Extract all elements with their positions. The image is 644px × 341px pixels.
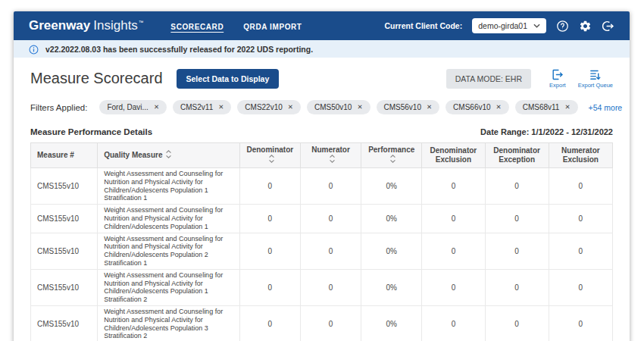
table-row: CMS155v10 Weight Assessment and Counseli… (31, 168, 613, 205)
cell-measure-number: CMS155v10 (31, 305, 98, 341)
data-mode-badge: DATA MODE: EHR (446, 69, 531, 89)
measure-performance-table: Measure # Quality Measure Denominator Nu… (30, 142, 613, 341)
cell-denominator: 0 (239, 305, 300, 341)
filter-chip[interactable]: CMS2v11 ✕ (173, 100, 231, 114)
cell-numerator-exclusion: 0 (549, 168, 612, 205)
filter-chip[interactable]: CMS56v10 ✕ (377, 100, 440, 114)
table-row: CMS155v10 Weight Assessment and Counseli… (31, 233, 613, 269)
brand-logo: GreenwayInsights™ (29, 18, 143, 33)
release-banner: v22.2022.08.03 has been successfully rel… (14, 40, 630, 58)
nav-tab-qrda-import[interactable]: QRDA IMPORT (243, 23, 302, 31)
header-right-group: Current Client Code: demo-girda01 (385, 18, 614, 33)
client-code-label: Current Client Code: (385, 21, 463, 30)
cell-performance: 0% (361, 269, 422, 305)
cell-numerator: 0 (300, 233, 361, 269)
settings-gear-icon[interactable] (579, 20, 592, 33)
release-banner-message: v22.2022.08.03 has been successfully rel… (45, 45, 313, 54)
info-icon (29, 44, 39, 54)
col-header-quality-measure[interactable]: Quality Measure (98, 143, 239, 168)
cell-quality-measure: Weight Assessment and Counseling for Nut… (98, 168, 239, 205)
filter-chip-label: CMS56v10 (384, 103, 421, 111)
more-filters-link[interactable]: +54 more (589, 103, 623, 112)
col-header-measure-number: Measure # (31, 143, 98, 168)
cell-measure-number: CMS155v10 (31, 233, 98, 269)
col-header-denominator-exception: Denominator Exception (485, 143, 549, 168)
filter-chip[interactable]: CMS68v11 ✕ (515, 100, 578, 114)
section-heading-row: Measure Performance Details Date Range: … (14, 117, 630, 142)
table-row: CMS155v10 Weight Assessment and Counseli… (31, 205, 613, 233)
cell-denominator: 0 (239, 205, 300, 233)
cell-denominator-exception: 0 (485, 305, 549, 341)
cell-quality-measure: Weight Assessment and Counseling for Nut… (98, 205, 239, 233)
export-label: Export (549, 82, 566, 89)
filter-chip-label: Ford, Davi... (107, 103, 148, 111)
page-title: Measure Scorecard (30, 70, 163, 87)
chip-remove-icon[interactable]: ✕ (218, 104, 224, 111)
cell-numerator: 0 (300, 205, 361, 233)
chip-remove-icon[interactable]: ✕ (496, 104, 502, 111)
filter-chip[interactable]: CMS22v10 ✕ (237, 100, 301, 114)
cell-performance: 0% (361, 168, 422, 205)
table-header-row: Measure # Quality Measure Denominator Nu… (31, 143, 613, 168)
export-queue-icon (589, 68, 602, 81)
filter-chip-label: CMS66v10 (453, 103, 490, 111)
cell-denominator-exception: 0 (485, 205, 549, 233)
table-row: CMS155v10 Weight Assessment and Counseli… (31, 305, 613, 341)
cell-denominator: 0 (239, 269, 300, 305)
col-header-denominator-exclusion: Denominator Exclusion (422, 143, 485, 168)
section-title: Measure Performance Details (30, 127, 152, 136)
sort-icon (268, 155, 275, 165)
sort-icon (389, 155, 396, 165)
chip-remove-icon[interactable]: ✕ (564, 104, 570, 111)
filter-chip-label: CMS68v11 (523, 103, 560, 111)
cell-denominator-exclusion: 0 (422, 205, 485, 233)
export-icon (551, 68, 564, 81)
chip-remove-icon[interactable]: ✕ (154, 104, 159, 111)
cell-denominator-exclusion: 0 (422, 305, 485, 341)
cell-measure-number: CMS155v10 (31, 269, 98, 305)
brand-name-light: Insights (93, 18, 138, 33)
col-header-performance[interactable]: Performance (361, 143, 422, 168)
nav-tab-scorecard[interactable]: SCORECARD (170, 23, 224, 31)
client-code-dropdown[interactable]: demo-girda01 (472, 18, 546, 33)
filter-chip[interactable]: CMS66v10 ✕ (445, 100, 509, 114)
chevron-down-icon (533, 23, 540, 28)
client-code-value: demo-girda01 (478, 21, 527, 30)
chip-remove-icon[interactable]: ✕ (357, 104, 362, 111)
cell-numerator: 0 (300, 168, 361, 205)
filter-chip-label: CMS50v10 (314, 103, 352, 111)
export-queue-button[interactable]: Export Queue (578, 68, 613, 89)
cell-denominator: 0 (239, 233, 300, 269)
date-range-label: Date Range: 1/1/2022 - 12/31/2022 (480, 127, 613, 136)
sort-icon (329, 155, 336, 165)
toolbar-right-group: DATA MODE: EHR Export (446, 68, 613, 89)
col-header-numerator-exclusion: Numerator Exclusion (549, 143, 612, 168)
filter-chip-label: CMS22v10 (245, 103, 282, 111)
cell-denominator-exception: 0 (485, 233, 549, 269)
cell-measure-number: CMS155v10 (31, 205, 98, 233)
filter-chip-label: CMS2v11 (180, 103, 213, 111)
export-button[interactable]: Export (549, 68, 566, 89)
app-header: GreenwayInsights™ SCORECARD QRDA IMPORT … (14, 11, 630, 40)
sort-icon (165, 150, 172, 161)
filter-chip[interactable]: CMS50v10 ✕ (307, 100, 370, 114)
brand-name-bold: Greenway (29, 18, 90, 33)
chip-remove-icon[interactable]: ✕ (427, 104, 432, 111)
cell-numerator-exclusion: 0 (549, 305, 612, 341)
cell-denominator-exclusion: 0 (422, 168, 485, 205)
trademark-symbol: ™ (139, 20, 144, 25)
main-nav: SCORECARD QRDA IMPORT (170, 23, 302, 31)
cell-denominator-exception: 0 (485, 269, 549, 305)
select-data-button[interactable]: Select Data to Display (177, 69, 280, 89)
filters-row: Filters Applied: Ford, Davi... ✕ CMS2v11… (14, 95, 630, 117)
logout-icon[interactable] (602, 20, 614, 33)
chip-remove-icon[interactable]: ✕ (288, 104, 293, 111)
col-header-numerator[interactable]: Numerator (300, 143, 361, 168)
cell-performance: 0% (361, 233, 422, 269)
cell-quality-measure: Weight Assessment and Counseling for Nut… (98, 305, 239, 341)
measure-table-container: Measure # Quality Measure Denominator Nu… (14, 142, 630, 341)
col-header-denominator[interactable]: Denominator (239, 143, 300, 168)
filter-chip[interactable]: Ford, Davi... ✕ (99, 100, 167, 114)
help-icon[interactable] (556, 20, 569, 33)
cell-numerator-exclusion: 0 (549, 269, 612, 305)
